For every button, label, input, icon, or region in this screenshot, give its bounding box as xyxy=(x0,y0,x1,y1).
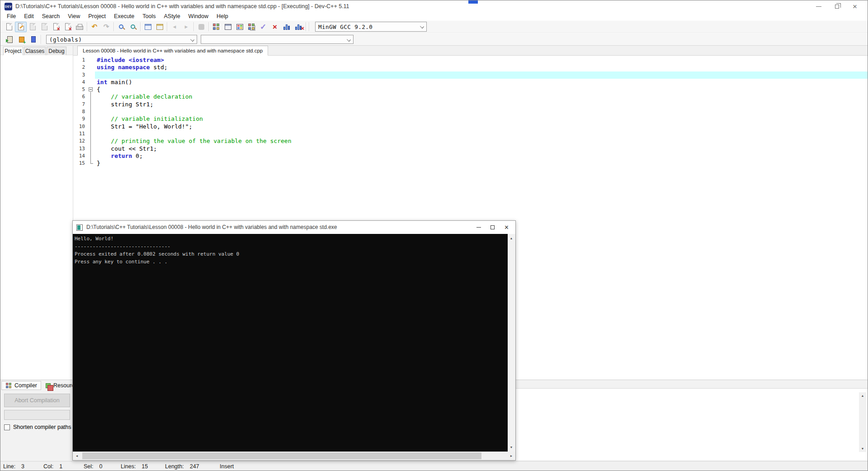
window-controls: × xyxy=(810,0,864,13)
compiler-select[interactable]: MinGW GCC 9.2.0 xyxy=(315,22,427,32)
code-line-9[interactable]: 9 // variable initialization xyxy=(73,115,868,123)
scroll-up-icon[interactable]: ▲ xyxy=(508,235,515,242)
restore-button[interactable] xyxy=(828,0,846,13)
undo-icon: ↶ xyxy=(92,23,98,31)
menu-item-2[interactable]: Search xyxy=(38,13,64,20)
compile-run-button[interactable] xyxy=(234,22,245,32)
scrollbar-thumb[interactable] xyxy=(82,452,481,459)
toolbar-separator xyxy=(193,22,194,31)
line-number: 7 xyxy=(73,101,87,108)
code-line-8[interactable]: 8 xyxy=(73,108,868,115)
goto-line-button[interactable] xyxy=(142,22,154,32)
redo-button[interactable]: ↷ xyxy=(100,22,112,32)
insert-button[interactable] xyxy=(4,34,16,45)
line-number: 15 xyxy=(73,160,87,167)
run-button[interactable] xyxy=(222,22,234,32)
tab-compiler[interactable]: Compiler xyxy=(1,381,41,390)
menu-item-0[interactable]: File xyxy=(3,13,20,20)
minimize-button[interactable] xyxy=(810,0,828,13)
program-reset-button[interactable] xyxy=(195,22,207,32)
scroll-down-icon[interactable]: ▼ xyxy=(508,444,515,451)
project-browser-panel: ProjectClassesDebug xyxy=(0,46,73,380)
code-text: // variable initialization xyxy=(95,115,868,123)
syntax-check-button[interactable]: ✓ xyxy=(257,22,269,32)
menu-item-6[interactable]: Tools xyxy=(138,13,160,20)
menu-item-9[interactable]: Help xyxy=(212,13,232,20)
console-vertical-scrollbar[interactable]: ▲ ▼ xyxy=(508,234,515,452)
sidebar-tab-debug[interactable]: Debug xyxy=(47,47,66,55)
code-line-6[interactable]: 6 // variable declaration xyxy=(73,93,868,100)
close-button[interactable]: × xyxy=(846,0,864,13)
fold-margin[interactable] xyxy=(87,86,95,93)
editor-tab[interactable]: Lesson 00008 - Hello world in C++ with v… xyxy=(77,46,268,56)
members-select[interactable] xyxy=(201,35,354,44)
forward-button[interactable]: ► xyxy=(180,22,192,32)
menu-item-3[interactable]: View xyxy=(64,13,84,20)
stop-execution-icon: × xyxy=(273,23,277,31)
menu-item-1[interactable]: Edit xyxy=(20,13,38,20)
fold-collapse-icon[interactable] xyxy=(89,87,93,91)
sidebar-tab-project[interactable]: Project xyxy=(3,47,23,55)
back-button[interactable]: ◄ xyxy=(169,22,180,32)
goto-line-icon xyxy=(145,24,151,30)
code-line-12[interactable]: 12 // printing the value of the variable… xyxy=(73,138,868,145)
open-button[interactable] xyxy=(15,22,27,32)
delete-profiling-button[interactable]: × xyxy=(292,22,304,32)
fold-end-line xyxy=(90,160,91,164)
toggle-bookmarks-button[interactable] xyxy=(16,34,28,45)
scroll-down-icon[interactable]: ▼ xyxy=(859,445,866,452)
code-line-14[interactable]: 14 return 0; xyxy=(73,152,868,160)
code-text: return 0; xyxy=(95,152,868,160)
code-line-3[interactable]: 3 xyxy=(73,71,868,79)
console-title-bar: D:\Tutorials\C++ Tutorials\Lesson 00008 … xyxy=(73,221,515,234)
code-line-4[interactable]: 4int main() xyxy=(73,79,868,86)
save-all-button[interactable] xyxy=(38,22,50,32)
code-line-15[interactable]: 15} xyxy=(73,160,868,167)
code-line-5[interactable]: 5{ xyxy=(73,86,868,93)
print-button[interactable] xyxy=(74,22,85,32)
code-text xyxy=(95,108,868,115)
code-line-10[interactable]: 10 Str1 = "Hello, World!"; xyxy=(73,123,868,130)
insert-snippet-button[interactable] xyxy=(154,22,165,32)
scroll-up-icon[interactable]: ▲ xyxy=(859,392,866,399)
new-file-icon xyxy=(6,23,12,30)
fold-margin xyxy=(87,79,95,86)
console-output[interactable]: Hello, World!---------------------------… xyxy=(73,234,515,452)
menu-item-4[interactable]: Project xyxy=(84,13,110,20)
menu-item-5[interactable]: Execute xyxy=(110,13,138,20)
find-button[interactable] xyxy=(115,22,127,32)
close-all-button[interactable] xyxy=(62,22,74,32)
console-close-button[interactable]: × xyxy=(500,221,514,234)
code-line-7[interactable]: 7 string Str1; xyxy=(73,101,868,108)
replace-button[interactable] xyxy=(127,22,139,32)
console-minimize-button[interactable] xyxy=(472,221,486,234)
goto-bookmarks-button[interactable] xyxy=(28,34,39,45)
profile-button[interactable] xyxy=(281,22,292,32)
rebuild-all-button[interactable] xyxy=(245,22,257,32)
new-file-button[interactable] xyxy=(3,22,15,32)
globals-select[interactable]: (globals) xyxy=(46,35,197,44)
save-button[interactable] xyxy=(27,22,38,32)
output-scrollbar[interactable]: ▲ ▼ xyxy=(859,392,866,452)
code-line-1[interactable]: 1#include <iostream> xyxy=(73,57,868,64)
menu-item-7[interactable]: AStyle xyxy=(160,13,184,20)
close-file-button[interactable] xyxy=(50,22,62,32)
abort-compilation-button[interactable]: Abort Compilation xyxy=(4,394,70,407)
code-line-13[interactable]: 13 cout << Str1; xyxy=(73,145,868,152)
scroll-left-icon[interactable]: ◄ xyxy=(73,452,81,460)
code-line-2[interactable]: 2using namespace std; xyxy=(73,64,868,71)
code-line-11[interactable]: 11 xyxy=(73,130,868,138)
shorten-paths-checkbox[interactable] xyxy=(4,424,10,430)
toolbar-separator xyxy=(41,35,41,44)
undo-button[interactable]: ↶ xyxy=(89,22,100,32)
fold-line xyxy=(90,93,91,100)
scroll-right-icon[interactable]: ► xyxy=(507,452,515,460)
line-number: 3 xyxy=(73,71,87,79)
line-number: 6 xyxy=(73,93,87,100)
stop-execution-button[interactable]: × xyxy=(269,22,281,32)
sidebar-tab-classes[interactable]: Classes xyxy=(24,47,46,55)
menu-item-8[interactable]: Window xyxy=(184,13,212,20)
console-horizontal-scrollbar[interactable]: ◄ ► xyxy=(73,452,515,460)
compile-button[interactable] xyxy=(210,22,222,32)
console-maximize-button[interactable] xyxy=(486,221,500,234)
